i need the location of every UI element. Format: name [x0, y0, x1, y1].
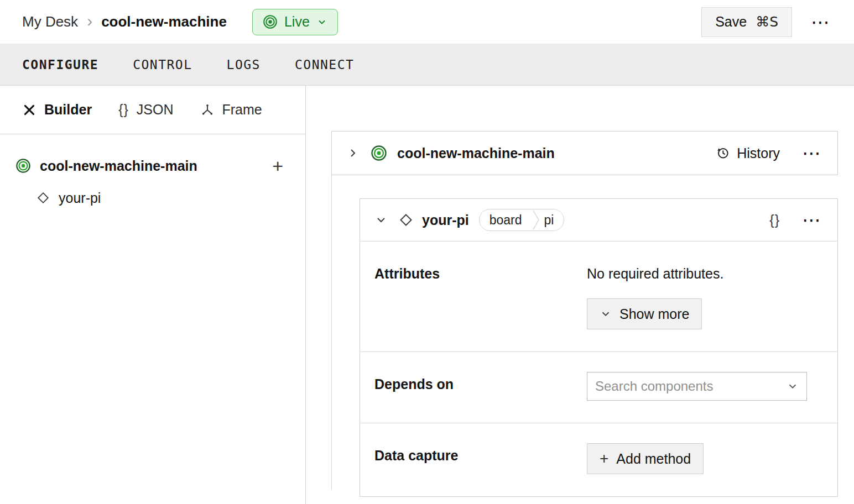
tab-configure[interactable]: CONFIGURE	[22, 57, 98, 72]
depends-on-section: Depends on	[360, 351, 837, 423]
braces-icon: {}	[769, 212, 780, 228]
breadcrumb-separator: ›	[87, 13, 92, 32]
tree-machine-label: cool-new-machine-main	[40, 158, 197, 174]
main-tabbar: CONFIGURE CONTROL LOGS CONNECT	[0, 44, 854, 86]
diamond-icon	[37, 191, 50, 204]
depends-on-label: Depends on	[374, 372, 587, 401]
braces-icon: {}	[118, 102, 129, 118]
config-main-panel: cool-new-machine-main History ⋯	[306, 86, 854, 504]
save-shortcut: ⌘S	[756, 14, 778, 30]
add-component-button[interactable]: +	[272, 156, 283, 175]
tree-connector-line	[331, 175, 332, 490]
history-button[interactable]: History	[716, 145, 780, 161]
save-label: Save	[715, 14, 747, 30]
component-type-tag: board	[480, 209, 532, 230]
tree-component-label: your-pi	[59, 190, 101, 206]
attributes-empty-text: No required attributes.	[587, 261, 823, 282]
mode-frame-label: Frame	[222, 102, 262, 118]
diamond-icon	[399, 213, 413, 227]
tools-icon	[22, 103, 37, 117]
tag-separator-icon	[532, 209, 540, 230]
component-type-tags: board pi	[479, 209, 565, 231]
component-card: your-pi board pi {} ⋯ Attributes No requ…	[360, 198, 838, 497]
machine-card: cool-new-machine-main History ⋯	[331, 131, 838, 175]
chevron-down-icon	[316, 17, 327, 28]
view-mode-switcher: Builder {} JSON Frame	[0, 86, 305, 134]
live-status-dropdown[interactable]: Live	[252, 9, 338, 35]
add-method-button[interactable]: + Add method	[587, 443, 704, 474]
tree-item-your-pi[interactable]: your-pi	[37, 183, 283, 213]
machine-card-title: cool-new-machine-main	[397, 145, 555, 161]
data-capture-label: Data capture	[374, 443, 587, 474]
show-more-button[interactable]: Show more	[587, 298, 702, 329]
breadcrumb-parent-link[interactable]: My Desk	[22, 13, 78, 30]
breadcrumb: My Desk › cool-new-machine	[22, 13, 227, 32]
machine-tree: cool-new-machine-main + your-pi	[0, 134, 305, 213]
component-model-tag: pi	[540, 209, 564, 230]
component-json-icon[interactable]: {}	[769, 212, 780, 228]
top-header: My Desk › cool-new-machine Live Save ⌘S …	[0, 0, 854, 44]
search-components-input[interactable]	[595, 379, 787, 394]
add-method-label: Add method	[616, 451, 691, 467]
history-label: History	[737, 145, 780, 161]
depends-on-select[interactable]	[587, 372, 807, 401]
tab-connect[interactable]: CONNECT	[295, 57, 354, 72]
frame-axis-icon	[200, 103, 215, 117]
history-clock-icon	[716, 146, 730, 160]
tree-item-machine-main[interactable]: cool-new-machine-main +	[15, 151, 283, 181]
show-more-label: Show more	[619, 306, 689, 322]
save-button[interactable]: Save ⌘S	[701, 7, 792, 37]
live-status-label: Live	[284, 14, 310, 30]
component-card-overflow-icon[interactable]: ⋯	[800, 211, 823, 229]
attributes-section: Attributes No required attributes. Show …	[360, 242, 837, 351]
broadcast-icon	[371, 145, 387, 161]
component-card-header: your-pi board pi {} ⋯	[360, 199, 837, 242]
chevron-right-icon[interactable]	[346, 146, 360, 160]
chevron-down-icon	[600, 308, 612, 320]
attributes-label: Attributes	[374, 261, 587, 329]
mode-json[interactable]: {} JSON	[118, 102, 173, 118]
mode-builder[interactable]: Builder	[22, 102, 92, 118]
plus-icon: +	[600, 451, 608, 466]
component-card-title: your-pi	[422, 212, 469, 228]
data-capture-section: Data capture + Add method	[360, 423, 837, 496]
broadcast-icon	[15, 158, 31, 174]
machine-card-overflow-icon[interactable]: ⋯	[800, 144, 823, 162]
mode-frame[interactable]: Frame	[200, 102, 262, 118]
mode-json-label: JSON	[137, 102, 174, 118]
chevron-down-icon	[787, 380, 799, 392]
mode-builder-label: Builder	[44, 102, 92, 118]
chevron-down-icon[interactable]	[374, 213, 388, 227]
tab-control[interactable]: CONTROL	[133, 57, 192, 72]
breadcrumb-current: cool-new-machine	[101, 13, 227, 30]
tab-logs[interactable]: LOGS	[227, 57, 261, 72]
broadcast-icon	[263, 14, 278, 29]
config-sidebar: Builder {} JSON Frame	[0, 86, 306, 504]
header-overflow-menu-icon[interactable]: ⋯	[809, 13, 832, 32]
